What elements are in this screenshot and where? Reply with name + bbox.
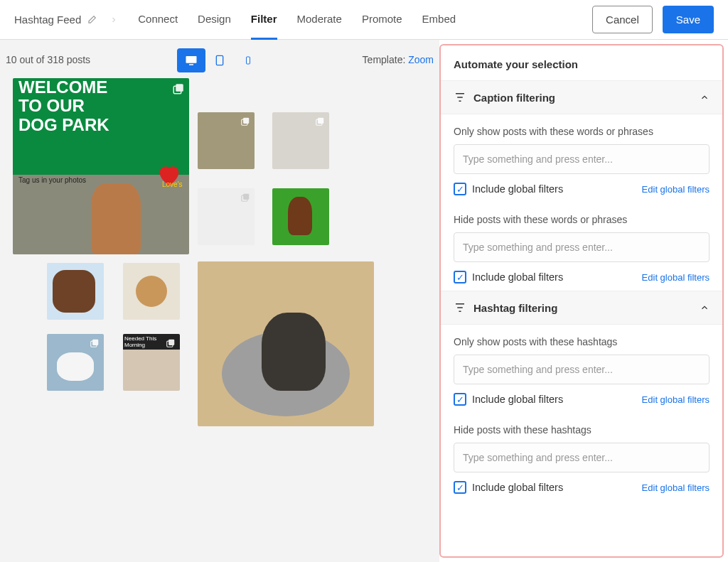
svg-rect-5	[176, 84, 183, 92]
top-bar: Hashtag Feed Connect Design Filter Moder…	[0, 0, 728, 40]
svg-rect-3	[247, 57, 250, 64]
post-image-overlay: WELCOME TO OUR DOG PARK	[18, 78, 109, 134]
device-toggle	[177, 48, 262, 72]
svg-rect-11	[243, 194, 249, 200]
feed-grid: WELCOME TO OUR DOG PARK Tag us in your p…	[6, 78, 434, 533]
feed-post[interactable]	[198, 112, 255, 169]
template-label: Template: Zoom	[363, 54, 434, 65]
carousel-icon	[90, 338, 100, 348]
svg-rect-15	[168, 340, 174, 345]
tablet-icon[interactable]	[205, 48, 234, 72]
tab-promote[interactable]: Promote	[362, 0, 402, 40]
svg-rect-13	[92, 340, 98, 345]
hashtag-hide-input[interactable]	[454, 443, 710, 472]
chevron-up-icon	[700, 92, 710, 102]
post-count: 10 out of 318 posts	[6, 54, 90, 65]
edit-global-link[interactable]: Edit global filters	[642, 184, 710, 195]
feed-post[interactable]	[123, 263, 180, 320]
carousel-icon	[240, 193, 250, 202]
carousel-icon	[166, 338, 176, 348]
svg-rect-1	[189, 64, 193, 65]
edit-global-link[interactable]: Edit global filters	[642, 272, 710, 283]
checkbox-icon[interactable]: ✓	[454, 271, 466, 283]
sidebar-title: Automate your selection	[441, 45, 722, 80]
hashtag-hide-label: Hide posts with these hashtags	[454, 424, 710, 436]
include-global-label: Include global filters	[472, 183, 563, 195]
tab-connect[interactable]: Connect	[138, 0, 178, 40]
feed-post[interactable]	[47, 334, 104, 391]
topbar-left: Hashtag Feed Connect Design Filter Moder…	[14, 0, 456, 40]
tab-design[interactable]: Design	[198, 0, 231, 40]
feed-post[interactable]: Needed This Morning	[123, 334, 180, 391]
caption-section-title: Caption filtering	[473, 92, 555, 104]
carousel-icon	[240, 117, 250, 126]
pencil-icon[interactable]	[87, 15, 97, 25]
preview-top: 10 out of 318 posts Template: Zoom	[6, 48, 434, 71]
feed-post[interactable]	[272, 188, 329, 245]
hashtag-hide-block: Hide posts with these hashtags ✓ Include…	[441, 413, 722, 501]
include-global-label: Include global filters	[472, 482, 563, 493]
hashtag-show-block: Only show posts with these hashtags ✓ In…	[441, 325, 722, 413]
topbar-right: Cancel Save	[592, 6, 714, 33]
caption-hide-label: Hide posts with these words or phrases	[454, 214, 710, 225]
heart-icon: Love's	[155, 161, 183, 189]
nav-tabs: Connect Design Filter Moderate Promote E…	[138, 0, 456, 40]
checkbox-icon[interactable]: ✓	[454, 183, 466, 195]
edit-global-link[interactable]: Edit global filters	[642, 394, 710, 405]
filter-icon	[454, 91, 466, 104]
template-link[interactable]: Zoom	[408, 54, 434, 65]
main: 10 out of 318 posts Template: Zoom	[0, 40, 728, 562]
hashtag-show-label: Only show posts with these hashtags	[454, 336, 710, 347]
checkbox-icon[interactable]: ✓	[454, 393, 466, 406]
carousel-icon	[172, 82, 185, 95]
hashtag-section-header[interactable]: Hashtag filtering	[441, 291, 722, 325]
feed-title: Hashtag Feed	[14, 13, 81, 26]
hashtag-section-title: Hashtag filtering	[473, 302, 557, 314]
feed-post[interactable]	[198, 188, 255, 245]
cancel-button[interactable]: Cancel	[592, 6, 653, 33]
caption-hide-block: Hide posts with these words or phrases ✓…	[441, 202, 722, 291]
filter-icon	[454, 301, 466, 314]
tab-filter[interactable]: Filter	[251, 0, 277, 40]
edit-global-link[interactable]: Edit global filters	[642, 482, 710, 493]
caption-hide-input[interactable]	[454, 232, 710, 262]
caption-section-header[interactable]: Caption filtering	[441, 80, 722, 114]
chevron-right-icon	[109, 16, 118, 24]
caption-show-label: Only show posts with these words or phra…	[454, 126, 710, 137]
svg-rect-0	[186, 56, 197, 63]
feed-post[interactable]	[198, 261, 374, 426]
filter-sidebar: Automate your selection Caption filterin…	[439, 44, 724, 558]
svg-rect-2	[216, 55, 223, 65]
hashtag-show-input[interactable]	[454, 355, 710, 384]
include-global-label: Include global filters	[472, 271, 563, 283]
desktop-icon[interactable]	[177, 48, 205, 72]
feed-post[interactable]: WELCOME TO OUR DOG PARK Tag us in your p…	[13, 78, 189, 254]
svg-text:Love's: Love's	[162, 180, 183, 188]
caption-show-block: Only show posts with these words or phra…	[441, 114, 722, 202]
checkbox-icon[interactable]: ✓	[454, 481, 466, 494]
feed-post[interactable]	[47, 263, 104, 320]
feed-post[interactable]	[272, 112, 329, 169]
post-image-caption: Tag us in your photos	[18, 176, 86, 184]
save-button[interactable]: Save	[663, 6, 714, 33]
include-global-label: Include global filters	[472, 394, 563, 405]
svg-rect-7	[243, 118, 249, 124]
carousel-icon	[315, 117, 325, 126]
tab-moderate[interactable]: Moderate	[297, 0, 342, 40]
caption-show-input[interactable]	[454, 144, 710, 174]
phone-icon[interactable]	[234, 48, 262, 72]
template-prefix: Template:	[363, 54, 406, 65]
svg-rect-9	[318, 118, 323, 124]
preview-pane: 10 out of 318 posts Template: Zoom	[0, 40, 439, 562]
chevron-up-icon	[700, 303, 710, 313]
tab-embed[interactable]: Embed	[422, 0, 456, 40]
